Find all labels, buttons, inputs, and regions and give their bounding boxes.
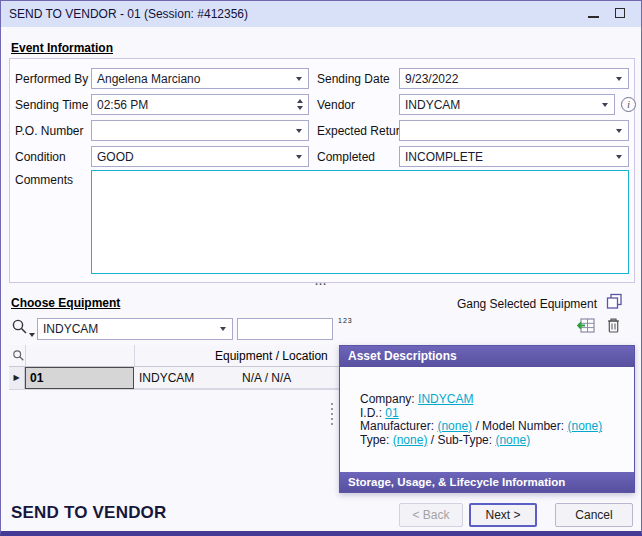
- gang-selected-equipment-label: Gang Selected Equipment: [457, 297, 597, 311]
- choose-equipment-heading: Choose Equipment: [11, 296, 120, 310]
- grid-column-header: Equipment / Location: [215, 349, 328, 363]
- chevron-down-icon: [602, 103, 608, 107]
- search-icon: [11, 318, 28, 335]
- condition-label: Condition: [15, 150, 66, 164]
- comments-label: Comments: [15, 173, 73, 187]
- expected-return-label: Expected Return: [317, 124, 406, 138]
- po-number-label: P.O. Number: [15, 124, 83, 138]
- completed-combobox[interactable]: INCOMPLETE: [399, 146, 629, 167]
- titlebar: SEND TO VENDOR - 01 (Session: #412356): [1, 1, 641, 27]
- event-information-heading: Event Information: [11, 41, 113, 55]
- horizontal-splitter-handle[interactable]: ...: [1, 275, 641, 287]
- subtype-link[interactable]: (none): [495, 433, 530, 447]
- model-number-label: / Model Number:: [475, 419, 564, 433]
- row-id-cell: 01: [25, 367, 134, 389]
- row-location-cell: N/A / N/A: [242, 371, 291, 385]
- chevron-down-icon: [296, 129, 302, 133]
- model-number-link[interactable]: (none): [567, 419, 602, 433]
- barcode-digits: 123: [338, 317, 353, 324]
- asset-manufacturer-line: Manufacturer: (none) / Model Number: (no…: [360, 420, 626, 434]
- asset-descriptions-body: Company: INDYCAM I.D.: 01 Manufacturer: …: [340, 367, 634, 447]
- storage-usage-lifecycle-header[interactable]: Storage, Usage, & Lifecycle Information: [340, 472, 634, 492]
- sending-date-combobox[interactable]: 9/23/2022: [399, 68, 629, 89]
- window-title: SEND TO VENDOR - 01 (Session: #412356): [9, 7, 248, 21]
- equipment-filter-combobox[interactable]: INDYCAM: [37, 318, 233, 340]
- row-filter-search-icon[interactable]: [12, 349, 25, 365]
- minimize-button[interactable]: [588, 7, 599, 21]
- send-to-vendor-dialog: SEND TO VENDOR - 01 (Session: #412356) E…: [0, 0, 642, 536]
- chevron-down-icon: [296, 77, 302, 81]
- type-link[interactable]: (none): [393, 433, 428, 447]
- sending-time-spinner[interactable]: 02:56 PM: [91, 94, 309, 115]
- chevron-down-icon: [296, 155, 302, 159]
- asset-id-line: I.D.: 01: [360, 407, 626, 421]
- row-equipment-cell: INDYCAM: [139, 371, 194, 385]
- company-link[interactable]: INDYCAM: [418, 392, 473, 406]
- manufacturer-link[interactable]: (none): [437, 419, 472, 433]
- send-to-grid-icon[interactable]: [577, 316, 596, 338]
- manufacturer-label: Manufacturer:: [360, 419, 434, 433]
- vendor-combobox[interactable]: INDYCAM: [399, 94, 615, 115]
- expected-return-combobox[interactable]: [399, 120, 629, 141]
- footer-page-title: SEND TO VENDOR: [11, 503, 167, 523]
- asset-type-line: Type: (none) / Sub-Type: (none): [360, 434, 626, 448]
- chevron-down-icon: [220, 327, 226, 331]
- performed-by-value: Angelena Marciano: [97, 72, 200, 86]
- chevron-down-icon: [616, 129, 622, 133]
- spinner-arrows-icon[interactable]: [297, 99, 303, 110]
- chevron-down-icon: [29, 333, 35, 337]
- window-controls: [588, 7, 633, 21]
- sending-time-value: 02:56 PM: [97, 98, 148, 112]
- asset-company-line: Company: INDYCAM: [360, 393, 626, 407]
- company-label: Company:: [360, 392, 415, 406]
- maximize-button[interactable]: [615, 7, 625, 21]
- cancel-button[interactable]: Cancel: [555, 503, 633, 527]
- comments-textarea[interactable]: [91, 170, 629, 274]
- sending-time-label: Sending Time: [15, 98, 88, 112]
- vendor-value: INDYCAM: [405, 98, 460, 112]
- subtype-label: / Sub-Type:: [431, 433, 492, 447]
- equipment-filter-value: INDYCAM: [43, 322, 98, 336]
- gang-equipment-icon[interactable]: [606, 293, 623, 313]
- vendor-label: Vendor: [317, 98, 355, 112]
- maximize-icon: [615, 8, 625, 18]
- condition-combobox[interactable]: GOOD: [91, 146, 309, 167]
- sending-date-value: 9/23/2022: [405, 72, 458, 86]
- chevron-down-icon: [616, 155, 622, 159]
- performed-by-label: Performed By: [15, 72, 88, 86]
- vendor-info-icon[interactable]: i: [621, 97, 636, 112]
- id-link[interactable]: 01: [385, 406, 398, 420]
- completed-value: INCOMPLETE: [405, 150, 483, 164]
- asset-descriptions-panel: Asset Descriptions Company: INDYCAM I.D.…: [339, 345, 635, 493]
- row-indicator-icon: ▶: [9, 367, 25, 389]
- back-button[interactable]: < Back: [399, 503, 463, 527]
- id-label: I.D.:: [360, 406, 382, 420]
- equipment-search-input[interactable]: [237, 318, 333, 340]
- delete-icon[interactable]: [605, 316, 622, 338]
- po-number-combobox[interactable]: [91, 120, 309, 141]
- minimize-icon: [588, 16, 599, 18]
- type-label: Type:: [360, 433, 389, 447]
- next-button[interactable]: Next >: [469, 503, 537, 527]
- barcode-scan-button[interactable]: 123: [338, 317, 353, 324]
- chevron-down-icon: [616, 77, 622, 81]
- sending-date-label: Sending Date: [317, 72, 390, 86]
- condition-value: GOOD: [97, 150, 134, 164]
- completed-label: Completed: [317, 150, 375, 164]
- vertical-splitter-handle[interactable]: [331, 403, 333, 425]
- search-filter-button[interactable]: [11, 318, 28, 338]
- asset-descriptions-header[interactable]: Asset Descriptions: [340, 346, 634, 367]
- performed-by-combobox[interactable]: Angelena Marciano: [91, 68, 309, 89]
